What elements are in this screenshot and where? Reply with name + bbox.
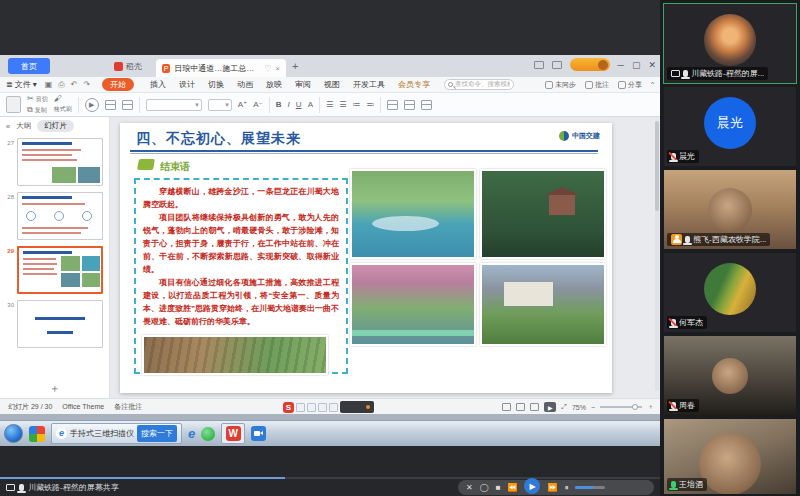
maximize-button[interactable]: ▢: [632, 60, 641, 70]
print-icon[interactable]: ⎙: [58, 80, 64, 90]
italic-button[interactable]: I: [288, 100, 290, 109]
paste-button[interactable]: [6, 96, 21, 113]
search-button-item[interactable]: 搜索一下: [137, 425, 177, 442]
font-family-select[interactable]: ▾: [146, 99, 202, 111]
vertical-scrollbar[interactable]: [655, 121, 659, 391]
tab-transitions[interactable]: 切换: [208, 79, 224, 90]
increase-font-button[interactable]: A⁺: [238, 100, 248, 109]
zoom-out-button[interactable]: −: [591, 404, 595, 411]
underline-button[interactable]: U: [296, 100, 302, 109]
player-seek-bar[interactable]: [575, 486, 605, 489]
slide-thumbnail-28[interactable]: 28: [0, 189, 109, 243]
participant-tile-zhouchun[interactable]: 周春: [664, 336, 796, 415]
redo-icon[interactable]: ↷: [83, 80, 90, 90]
tab-design[interactable]: 设计: [179, 79, 195, 90]
playback-progress-track[interactable]: [0, 477, 660, 479]
ime-punct-icon[interactable]: [307, 403, 316, 412]
tab-view[interactable]: 视图: [324, 79, 340, 90]
favorite-icon[interactable]: ♡: [264, 64, 271, 73]
participant-tile-wangpeijiu[interactable]: 王培酒: [664, 419, 796, 494]
close-player-icon[interactable]: ✕: [466, 484, 473, 492]
loop-icon[interactable]: ◯: [480, 484, 489, 492]
share-button[interactable]: 分享: [618, 80, 642, 90]
file-menu[interactable]: ≣ 文件 ▾: [6, 79, 37, 90]
cut-button[interactable]: ✂剪切: [27, 95, 48, 104]
security-app-icon[interactable]: [29, 426, 45, 442]
taskbar-wps-active[interactable]: W: [221, 423, 245, 444]
tab-review[interactable]: 审阅: [295, 79, 311, 90]
close-button[interactable]: ✕: [648, 60, 656, 70]
taskbar-browser-window[interactable]: e 手持式三维扫描仪 搜索一下: [51, 423, 182, 444]
collapse-panel-icon[interactable]: «: [6, 122, 10, 131]
tab-slideshow[interactable]: 放映: [266, 79, 282, 90]
normal-view-icon[interactable]: [502, 403, 511, 411]
decrease-font-button[interactable]: A⁻: [253, 100, 263, 109]
align-left-button[interactable]: ☰: [326, 100, 333, 109]
slideshow-button[interactable]: ▶: [544, 402, 556, 412]
ime-emoji-icon[interactable]: [318, 403, 327, 412]
browser-360-icon[interactable]: [201, 427, 215, 441]
collapse-ribbon-icon[interactable]: ⌃: [649, 81, 656, 90]
tab-docer[interactable]: 稻壳: [114, 61, 142, 72]
slide-thumbnail-27[interactable]: 27: [0, 135, 109, 189]
reading-mode-icon[interactable]: [552, 61, 562, 69]
comment-button[interactable]: 批注: [585, 80, 609, 90]
insert-picture-button[interactable]: [421, 100, 432, 110]
command-search-input[interactable]: 查找命令、搜索模板: [444, 79, 514, 90]
format-painter-button[interactable]: 🖌: [54, 95, 72, 103]
participant-tile-chenguang[interactable]: 晨光 晨光: [664, 87, 796, 166]
slide-29[interactable]: 四、不忘初心、展望未来 中国交建 结束语 穿越横断山，雄跨金沙江，一条巨龙正在川…: [120, 123, 612, 393]
account-pill[interactable]: [570, 58, 610, 71]
wps-home-button[interactable]: 首页: [8, 58, 50, 74]
insert-shape-button[interactable]: [404, 100, 415, 110]
forward-icon[interactable]: ⏩: [547, 484, 557, 492]
font-color-button[interactable]: A: [308, 100, 313, 109]
zoom-slider-handle[interactable]: [632, 404, 638, 410]
tab-document[interactable]: P 日琅中通道…施工总结汇报 ♡ ×: [156, 59, 286, 77]
meeting-app-icon[interactable]: [251, 426, 266, 441]
save-icon[interactable]: ▣: [45, 80, 53, 90]
slide-thumbnail-29-selected[interactable]: 29: [0, 243, 109, 297]
zoom-in-button[interactable]: ＋: [647, 402, 654, 412]
font-size-select[interactable]: ▾: [208, 99, 232, 111]
notes-toggle[interactable]: 备注批注: [114, 402, 142, 412]
sorter-view-icon[interactable]: [516, 403, 525, 411]
layout-toggle-icon[interactable]: [534, 61, 544, 69]
tab-insert[interactable]: 插入: [150, 79, 166, 90]
undo-icon[interactable]: ↶: [71, 80, 78, 90]
new-tab-button[interactable]: +: [292, 60, 298, 72]
close-tab-icon[interactable]: ×: [275, 64, 280, 73]
start-button[interactable]: [4, 424, 23, 443]
tab-devtools[interactable]: 开发工具: [353, 79, 385, 90]
sogou-ime-bar[interactable]: S: [283, 401, 374, 413]
copy-button[interactable]: ⧉复制: [27, 106, 48, 115]
tab-outline[interactable]: 大纲: [16, 121, 31, 131]
participant-tile-hejunjie[interactable]: 何军杰: [664, 253, 796, 332]
minimize-button[interactable]: ─: [618, 60, 624, 70]
internet-explorer-icon[interactable]: e: [188, 426, 195, 441]
zoom-slider[interactable]: [600, 406, 642, 408]
sync-status-button[interactable]: 未同步: [545, 80, 576, 90]
bullets-button[interactable]: ≔: [352, 100, 360, 109]
numbering-button[interactable]: ≕: [366, 100, 374, 109]
play-icon[interactable]: ▶: [524, 478, 540, 494]
layout-button[interactable]: [122, 100, 133, 110]
rewind-icon[interactable]: ⏪: [508, 484, 518, 492]
pause-icon[interactable]: ⏸: [564, 484, 568, 492]
align-center-button[interactable]: ☰: [339, 100, 346, 109]
ime-mode-icon[interactable]: [296, 403, 305, 412]
ime-keyboard-icon[interactable]: [329, 403, 338, 412]
bold-button[interactable]: B: [276, 100, 282, 109]
tab-animation[interactable]: 动画: [237, 79, 253, 90]
participant-tile-xiongfei[interactable]: 熊飞-西藏农牧学院...: [664, 170, 796, 249]
new-slide-button[interactable]: [105, 100, 116, 110]
slide-thumbnail-30[interactable]: 30: [0, 297, 109, 351]
add-slide-button[interactable]: ＋: [0, 381, 109, 396]
participant-tile-sharer[interactable]: 川藏铁路-程然的屏...: [664, 4, 796, 83]
tab-slides[interactable]: 幻灯片: [37, 120, 74, 132]
insert-textbox-button[interactable]: [387, 100, 398, 110]
stop-icon[interactable]: ■: [496, 484, 501, 492]
reading-view-icon[interactable]: [530, 403, 539, 411]
tab-vip[interactable]: 会员专享: [398, 79, 430, 90]
play-slideshow-button[interactable]: ▶: [85, 98, 99, 112]
